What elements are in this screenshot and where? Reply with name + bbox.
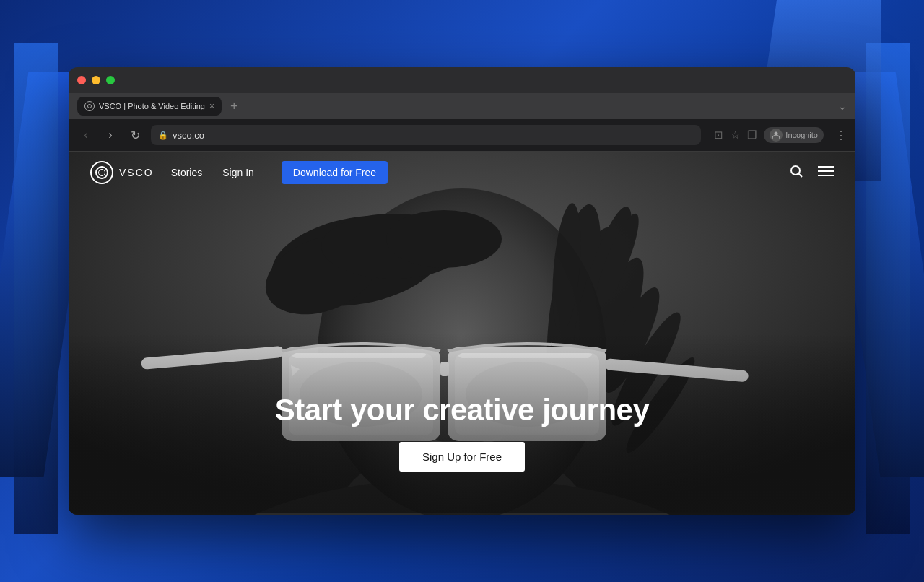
browser-window: VSCO | Photo & Video Editing × + ⌄ ‹ › ↻…	[69, 67, 855, 515]
tab-title: VSCO | Photo & Video Editing	[99, 102, 205, 110]
tabbar: VSCO | Photo & Video Editing × + ⌄	[69, 93, 855, 119]
forward-button[interactable]: ›	[102, 129, 119, 142]
hero-title: Start your creative journey	[275, 393, 650, 427]
reload-button[interactable]: ↻	[126, 129, 144, 142]
minimize-button[interactable]	[92, 76, 100, 84]
site-nav: VSCO Stories Sign In Download for Free	[69, 151, 855, 194]
svg-line-2	[799, 173, 803, 177]
url-text: vsco.co	[173, 130, 204, 141]
new-tab-button[interactable]: +	[230, 99, 238, 114]
more-options-button[interactable]: ⋮	[835, 129, 847, 142]
close-button[interactable]	[77, 76, 86, 84]
vsco-logo-circle	[90, 161, 113, 184]
incognito-label: Incognito	[785, 131, 818, 139]
hero-cta-button[interactable]: Sign Up for Free	[399, 442, 525, 472]
incognito-badge: Incognito	[764, 127, 824, 143]
address-actions: ⊡ ☆ ❒	[714, 129, 757, 142]
maximize-button[interactable]	[106, 76, 115, 84]
url-bar[interactable]: 🔒 vsco.co	[151, 125, 701, 145]
lock-icon: 🔒	[158, 131, 168, 140]
search-icon[interactable]	[789, 164, 803, 182]
nav-signin-link[interactable]: Sign In	[222, 167, 254, 178]
tab-favicon	[84, 101, 95, 111]
titlebar	[69, 67, 855, 93]
cast-icon[interactable]: ⊡	[714, 129, 723, 142]
tab-close-button[interactable]: ×	[209, 101, 214, 111]
hero-content: Start your creative journey Sign Up for …	[69, 393, 855, 472]
nav-download-button[interactable]: Download for Free	[282, 161, 388, 184]
nav-stories-link[interactable]: Stories	[171, 167, 203, 178]
menu-icon[interactable]	[818, 165, 834, 181]
vsco-logo-text: VSCO	[119, 167, 154, 178]
tab-list-button[interactable]: ⌄	[838, 100, 847, 112]
nav-right	[789, 164, 834, 182]
addressbar: ‹ › ↻ 🔒 vsco.co ⊡ ☆ ❒ Incognito ⋮	[69, 119, 855, 151]
vsco-logo-inner	[95, 166, 108, 179]
back-button[interactable]: ‹	[77, 129, 95, 142]
nav-links: Stories Sign In Download for Free	[171, 161, 388, 184]
incognito-icon	[770, 129, 783, 142]
active-tab[interactable]: VSCO | Photo & Video Editing ×	[77, 97, 222, 116]
vsco-logo[interactable]: VSCO	[90, 161, 154, 184]
svg-point-1	[791, 166, 800, 175]
sidebar-icon[interactable]: ❒	[747, 129, 757, 142]
website-content: VSCO Stories Sign In Download for Free	[69, 151, 855, 515]
bookmark-icon[interactable]: ☆	[731, 129, 740, 142]
hero-section: Start your creative journey Sign Up for …	[69, 151, 855, 515]
